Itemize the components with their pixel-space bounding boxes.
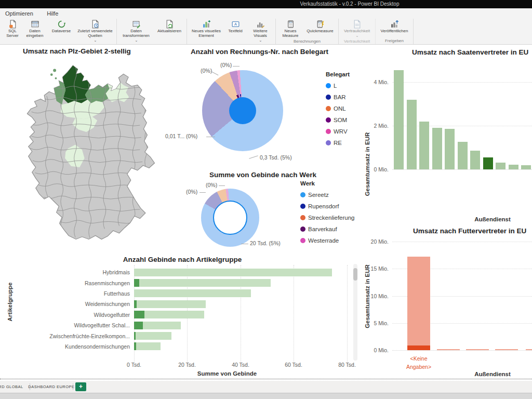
dropdown-caret — [259, 38, 262, 43]
bar-saatenvertreter[interactable] — [458, 142, 468, 169]
legend-item[interactable]: Sereetz — [300, 192, 355, 198]
category-label: Wildvogelfutter — [0, 312, 134, 318]
daten-transformieren-button[interactable]: Daten transformieren — [118, 19, 154, 44]
legend-title: Werk — [300, 180, 355, 187]
legend-item[interactable]: Streckenlieferung — [300, 215, 355, 221]
dropdown-caret — [355, 34, 359, 38]
menu-optimieren[interactable]: Optimieren — [5, 10, 33, 17]
bar-saatenvertreter[interactable] — [394, 70, 404, 169]
bar-artikelgruppe-highlight[interactable] — [134, 322, 143, 329]
bar-artikelgruppe[interactable] — [139, 279, 271, 287]
legend-dot — [326, 117, 331, 123]
publish-icon — [390, 20, 399, 29]
gridline — [392, 350, 532, 351]
bar-track — [134, 311, 204, 318]
x-tick: 80 Tsd. — [331, 362, 363, 368]
legend-dot — [300, 238, 305, 243]
ribbon-group-label: Freigeben — [377, 38, 411, 44]
button-label: Textfeld — [228, 29, 243, 34]
legend-item[interactable]: SOM — [326, 117, 350, 123]
legend-label: RE — [334, 140, 342, 146]
futter-bar-light[interactable] — [407, 257, 430, 345]
legend-label: Rupensdorf — [308, 203, 339, 209]
bar-futtervertreter-small[interactable] — [495, 349, 518, 350]
weitere-visuals-button[interactable]: Weitere Visuals — [247, 19, 274, 44]
sensitivity-icon — [353, 20, 362, 29]
tab-dashboard-global[interactable]: DASHBOARD GLOBAL — [0, 381, 30, 393]
germany-map[interactable] — [11, 58, 167, 241]
donut-callout: 20 Tsd. (5%) — [250, 240, 281, 246]
bar-artikelgruppe[interactable] — [144, 311, 204, 318]
legend-item[interactable]: Rupensdorf — [300, 203, 355, 209]
dropdown-caret — [94, 38, 97, 43]
saaten-x-axis-title: Außendienst — [441, 216, 532, 222]
bar-saatenvertreter[interactable] — [521, 165, 531, 169]
pie-callout: 0,3 Tsd. (5%) — [260, 154, 292, 161]
y-tick: 2 Mio. — [368, 123, 389, 129]
ribbon-group-vertraulichkeit: Vertraulichkeit Vertraulichkeit — [339, 19, 376, 44]
belegart-pie-highlight-center[interactable] — [229, 97, 256, 124]
bar-futtervertreter-small[interactable] — [437, 349, 460, 350]
bar-artikelgruppe[interactable] — [134, 289, 251, 297]
category-label: Zwischenfrüchte-Einzelkompon... — [0, 333, 134, 339]
bar-futtervertreter-small[interactable] — [466, 349, 489, 350]
daten-eingeben-button[interactable]: Daten eingeben — [22, 19, 47, 39]
legend-item[interactable]: BAR — [326, 94, 350, 100]
futter-category-label: <Keine Angaben> — [401, 355, 436, 371]
legend-item[interactable]: Barverkauf — [300, 226, 355, 232]
bar-artikelgruppe[interactable] — [136, 342, 161, 350]
bar-artikelgruppe[interactable] — [143, 322, 181, 329]
legend-label: Sereetz — [308, 192, 329, 198]
bar-track — [134, 289, 251, 297]
bar-saatenvertreter[interactable] — [432, 128, 442, 169]
bar-saatenvertreter[interactable] — [483, 157, 493, 169]
bar-saatenvertreter[interactable] — [496, 163, 506, 169]
tab-dashboard-europe[interactable]: DASHBOARD EUROPE — [30, 381, 73, 393]
legend-item[interactable]: WRV — [326, 128, 350, 135]
veroeffentlichen-button[interactable]: Veröffentlichen — [377, 19, 411, 34]
legend-item[interactable]: Westerrade — [300, 237, 355, 244]
ribbon: SQL Server Daten eingeben Dataverse Zule… — [0, 19, 532, 45]
legend-item[interactable]: ONL — [326, 105, 350, 112]
bar-track — [134, 300, 206, 308]
quick-measure-icon — [316, 20, 325, 29]
bar-saatenvertreter[interactable] — [470, 151, 480, 169]
aktualisieren-button[interactable]: Aktualisieren — [154, 19, 185, 34]
bar-saatenvertreter[interactable] — [419, 122, 429, 169]
powerbi-desktop-window: Verkaufsstatistik - v.0.2 - Power BI Des… — [0, 0, 532, 399]
artikel-row: Zwischenfrüchte-Einzelkompon... — [0, 330, 351, 341]
legend-label: ONL — [334, 105, 346, 112]
textfeld-button[interactable]: A Textfeld — [224, 19, 247, 34]
bar-saatenvertreter[interactable] — [445, 129, 455, 169]
tab-separator — [73, 383, 73, 390]
more-visuals-icon — [256, 20, 265, 29]
bar-artikelgruppe[interactable] — [136, 332, 171, 340]
zuletzt-verwendete-quellen-button[interactable]: Zuletzt verwendete Quellen — [75, 19, 115, 44]
bar-futtervertreter-small[interactable] — [526, 349, 532, 350]
menu-hilfe[interactable]: Hilfe — [47, 10, 58, 17]
button-label: Vertraulichkeit — [344, 29, 370, 34]
donut-callout: (0%) — [186, 189, 197, 195]
neues-measure-button[interactable]: Neues Measure — [277, 19, 303, 39]
scrollbar-thumb[interactable] — [353, 268, 357, 281]
dataverse-button[interactable]: Dataverse — [47, 19, 75, 34]
status-bar — [0, 393, 532, 399]
gridline — [392, 242, 532, 242]
neues-visuelles-element-button[interactable]: Neues visuelles Element — [189, 19, 224, 39]
add-page-button[interactable]: + — [75, 382, 86, 391]
bar-artikelgruppe-highlight[interactable] — [134, 279, 139, 287]
legend-item[interactable]: RE — [326, 140, 350, 146]
quickmeasure-button[interactable]: Quickmeasure — [303, 19, 337, 34]
legend-item[interactable]: L — [326, 83, 350, 89]
x-tick: 60 Tsd. — [278, 362, 309, 368]
bar-artikelgruppe[interactable] — [137, 300, 206, 308]
futter-bar-dark[interactable] — [407, 345, 430, 350]
bar-artikelgruppe-highlight[interactable] — [134, 311, 144, 318]
bar-artikelgruppe[interactable] — [134, 269, 332, 276]
bar-saatenvertreter[interactable] — [509, 165, 518, 169]
button-label: SQL Server — [4, 29, 21, 38]
sql-server-button[interactable]: SQL Server — [3, 19, 22, 39]
legend-dot — [326, 83, 331, 88]
bar-saatenvertreter[interactable] — [407, 100, 417, 169]
button-label: Quickmeasure — [307, 29, 334, 34]
